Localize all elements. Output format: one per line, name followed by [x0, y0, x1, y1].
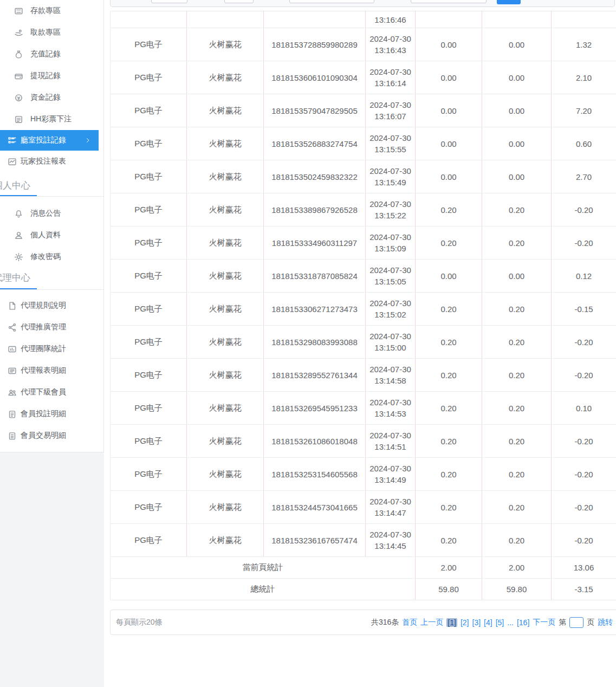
sidebar-item-coins[interactable]: 資金記錄	[0, 87, 99, 108]
cell-valid-bet: 0.00	[482, 127, 552, 160]
deposit-machine-icon	[13, 5, 24, 16]
page-link[interactable]: [3]	[472, 618, 481, 627]
chevron-right-icon	[85, 137, 92, 144]
cell-bet-amount: 0.20	[416, 293, 482, 326]
summary-bet-amount: 59.80	[416, 579, 482, 600]
sidebar-item-member-transactions[interactable]: 會員交易明細	[0, 425, 99, 446]
sidebar-item-label: 代理推廣管理	[21, 322, 66, 332]
cell-order-no: 1818153502459832322	[264, 160, 366, 193]
cell-valid-bet: 0.00	[482, 160, 552, 193]
page-link[interactable]: 首页	[402, 618, 417, 627]
cell-order-no: 1818153298083993088	[264, 326, 366, 359]
cell-win-loss: 7.20	[552, 94, 616, 127]
cell-game-name: 火树赢花	[187, 226, 264, 260]
sidebar-item-bell[interactable]: 消息公告	[0, 203, 99, 224]
cell-valid-bet: 0.20	[482, 458, 552, 491]
cell-valid-bet: 0.20	[482, 326, 552, 359]
sidebar-item-members[interactable]: 代理下級會員	[0, 381, 99, 403]
share-icon	[7, 322, 17, 333]
table-row: PG电子 火树赢花 1818153606101090304 2024-07-30…	[111, 61, 616, 94]
coins-icon	[13, 92, 24, 103]
cell-bet-time: 2024-07-30 13:15:49	[366, 160, 416, 193]
cell-bet-amount	[416, 11, 482, 28]
filter-bar	[110, 0, 615, 7]
cell-game-name: 火树赢花	[187, 293, 264, 326]
sidebar-item-label: 提現記錄	[30, 71, 61, 81]
table-row: PG电子 火树赢花 1818153236167657474 2024-07-30…	[111, 524, 616, 557]
sidebar-item-document[interactable]: 代理規則說明	[0, 295, 99, 316]
cell-bet-time: 2024-07-30 13:15:02	[366, 293, 416, 326]
summary-valid-bet: 2.00	[482, 557, 552, 579]
sidebar-item-label: 修改密碼	[30, 252, 61, 262]
cell-game-type: PG电子	[111, 293, 187, 326]
sidebar-item-wallet[interactable]: 提現記錄	[0, 65, 99, 87]
filter-input-2[interactable]	[224, 0, 254, 3]
sidebar-item-money-bag[interactable]: 充值記錄	[0, 43, 99, 65]
sidebar-item-gear[interactable]: 修改密碼	[0, 246, 99, 268]
wallet-icon	[13, 70, 24, 81]
page-link[interactable]: [5]	[496, 618, 504, 627]
cell-bet-time: 2024-07-30 13:14:53	[366, 392, 416, 425]
cell-valid-bet: 0.20	[482, 425, 552, 458]
sidebar-item-user[interactable]: 個人資料	[0, 224, 99, 246]
cell-order-no: 1818153236167657474	[264, 524, 366, 557]
sidebar-item-deposit-machine[interactable]: 存款專區	[0, 0, 99, 22]
page-jump-input[interactable]	[569, 617, 583, 628]
cell-game-name: 火树赢花	[187, 458, 264, 491]
sidebar-item-share[interactable]: 代理推廣管理	[0, 316, 99, 338]
summary-row-total: 總統計 59.80 59.80 -3.15	[111, 579, 616, 600]
cell-win-loss: -0.20	[552, 193, 616, 226]
table-row: PG电子 火树赢花 1818153298083993088 2024-07-30…	[111, 326, 616, 359]
sidebar-item-report-detail[interactable]: 代理報表明細	[0, 360, 99, 381]
page-link[interactable]: [16]	[517, 618, 529, 627]
user-icon	[13, 230, 24, 241]
filter-input-4[interactable]	[411, 0, 487, 3]
cell-bet-amount: 0.20	[416, 193, 482, 226]
cell-valid-bet	[482, 11, 552, 28]
sidebar-item-team-stats[interactable]: 代理團隊統計	[0, 338, 99, 360]
summary-win-loss: 13.06	[552, 557, 616, 579]
page-link[interactable]: [4]	[484, 618, 492, 627]
jump-prefix-label: 第	[559, 618, 566, 627]
cell-valid-bet: 0.20	[482, 226, 552, 260]
sidebar-item-label: 代理下級會員	[21, 387, 66, 397]
pager: 共316条 首页上一页[1][2][3][4][5]...[16]下一页 第 页…	[371, 610, 613, 634]
sidebar-item-member-bets[interactable]: 會員投註明細	[0, 403, 99, 425]
cell-game-type: PG电子	[111, 524, 187, 557]
member-transactions-icon	[7, 430, 17, 441]
sidebar-item-room-bet-list[interactable]: 廳室投註記錄	[0, 130, 99, 151]
sidebar-item-label: HH彩票下注	[30, 114, 72, 124]
total-count-label: 共316条	[371, 618, 399, 627]
filter-search-button[interactable]	[497, 0, 521, 4]
sidebar-item-lottery-list[interactable]: HH彩票下注	[0, 108, 99, 130]
table-row: PG电子 火树赢花 1818153389867926528 2024-07-30…	[111, 193, 616, 226]
cell-order-no: 1818153389867926528	[264, 193, 366, 226]
cell-win-loss: -0.20	[552, 425, 616, 458]
bet-records-table: 13:16:46 PG电子 火树赢花 1818153728859980289 2…	[110, 11, 616, 600]
sidebar-item-player-report[interactable]: 玩家投注報表	[0, 151, 99, 172]
filter-input-3[interactable]	[289, 0, 374, 3]
sidebar-item-label: 代理團隊統計	[21, 344, 66, 354]
sidebar-item-label: 代理規則說明	[21, 301, 66, 310]
summary-win-loss: -3.15	[552, 579, 616, 600]
table-row: PG电子 火树赢花 1818153502459832322 2024-07-30…	[111, 160, 616, 193]
sidebar: 存款專區 取款專區 充值記錄 提現記錄 資金記錄 HH彩票下注 廳室投註記錄 玩…	[0, 0, 104, 687]
page-link[interactable]: 上一页	[420, 618, 443, 627]
cell-bet-amount: 0.20	[416, 524, 482, 557]
filter-input-1[interactable]	[151, 0, 187, 3]
sidebar-item-label: 會員投註明細	[21, 409, 66, 419]
cell-win-loss	[552, 11, 616, 28]
cell-valid-bet: 0.00	[482, 94, 552, 127]
page-link-current[interactable]: [1]	[446, 618, 457, 627]
cell-game-type: PG电子	[111, 28, 187, 61]
cell-bet-amount: 0.00	[416, 94, 482, 127]
jump-button[interactable]: 跳转	[598, 618, 613, 627]
cell-order-no: 1818153261086018048	[264, 425, 366, 458]
table-row: PG电子 火树赢花 1818153334960311297 2024-07-30…	[111, 226, 616, 260]
cell-game-type: PG电子	[111, 160, 187, 193]
page-link[interactable]: 下一页	[533, 618, 555, 627]
cell-game-name: 火树赢花	[187, 491, 264, 524]
page-link[interactable]: [2]	[461, 618, 469, 627]
sidebar-item-hand-money[interactable]: 取款專區	[0, 22, 99, 43]
cell-game-type: PG电子	[111, 127, 187, 160]
